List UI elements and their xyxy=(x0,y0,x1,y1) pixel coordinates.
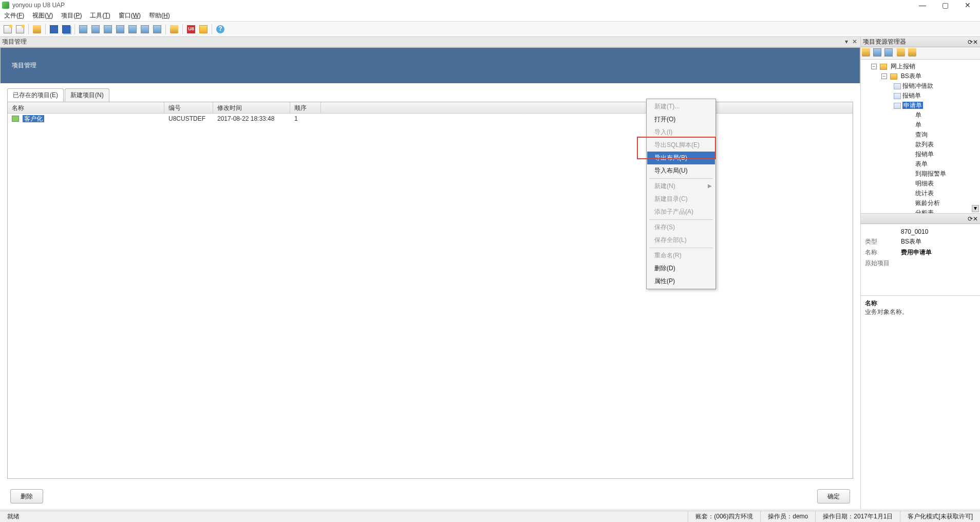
tree-item-selected[interactable]: 申请单 xyxy=(861,101,980,110)
folder-icon xyxy=(890,73,897,80)
tree-item[interactable]: 报销单 xyxy=(861,150,980,159)
tool-save[interactable] xyxy=(48,24,60,35)
prop-row: 类型BS表单 xyxy=(865,236,976,247)
tab-existing[interactable]: 已存在的项目(E) xyxy=(7,88,64,102)
pane-close-icon[interactable]: ✕ xyxy=(973,215,978,222)
ctx-rename[interactable]: 重命名(R) xyxy=(647,249,715,262)
tree-item[interactable]: 报销冲借款 xyxy=(861,81,980,91)
tool-generic1[interactable] xyxy=(78,24,89,35)
tool-new[interactable] xyxy=(2,24,13,35)
tree-root[interactable]: − 网上报销 xyxy=(861,62,980,71)
close-button[interactable]: ✕ xyxy=(963,1,973,9)
rtool-5[interactable] xyxy=(908,48,918,59)
rtool-1[interactable] xyxy=(862,48,872,59)
tool-help[interactable]: ? xyxy=(215,24,226,35)
prop-val: 870_0010 xyxy=(901,228,928,235)
tool-generic2[interactable] xyxy=(90,24,101,35)
tool-generic3[interactable] xyxy=(102,24,114,35)
col-name[interactable]: 名称 xyxy=(8,102,164,113)
scroll-down-icon[interactable]: ▾ xyxy=(972,205,979,212)
tree-item[interactable]: 款列表 xyxy=(861,140,980,150)
ctx-props[interactable]: 属性(P) xyxy=(647,275,715,288)
tool-yellow[interactable] xyxy=(198,24,209,35)
expand-icon[interactable]: − xyxy=(871,64,877,69)
ctx-new2[interactable]: 新建(N)▶ xyxy=(647,180,715,193)
properties-pane: ⟳ ✕ 870_0010 类型BS表单 名称费用申请单 原始项目 xyxy=(861,214,980,296)
delete-button[interactable]: 删除 xyxy=(10,489,43,504)
ok-button[interactable]: 确定 xyxy=(817,489,850,504)
tabs: 已存在的项目(E) 新建项目(N) xyxy=(0,88,860,102)
maximize-button[interactable]: ▢ xyxy=(940,1,950,9)
folder-icon xyxy=(880,64,887,70)
tree-item[interactable]: 统计表 xyxy=(861,189,980,198)
menu-file[interactable]: 文件(F) xyxy=(0,10,28,21)
tool-open[interactable] xyxy=(31,24,43,35)
resource-tree[interactable]: − 网上报销 − BS表单 报销冲借款 报销单 申请单 单 单 查询 款列表 报… xyxy=(861,60,980,214)
pane-dropdown-icon[interactable]: ▾ xyxy=(843,39,850,46)
tree-folder[interactable]: − BS表单 xyxy=(861,71,980,81)
tree-item[interactable]: 报销单 xyxy=(861,91,980,101)
ctx-add-sub[interactable]: 添加子产品(A) xyxy=(647,206,715,218)
ctx-save-all[interactable]: 保存全部(L) xyxy=(647,234,715,247)
right-pane: 项目资源管理器 ⟳ ✕ − 网上报销 − BS表单 报销冲 xyxy=(861,37,980,509)
menu-tools[interactable]: 工具(T) xyxy=(86,10,114,21)
tree-item[interactable]: 账龄分析 xyxy=(861,198,980,208)
tree-item[interactable]: 到期报警单 xyxy=(861,169,980,179)
toolbar-sep xyxy=(182,24,183,34)
u8-icon: U8 xyxy=(187,25,195,33)
pane-close-icon[interactable]: ✕ xyxy=(973,39,978,46)
col-order[interactable]: 顺序 xyxy=(290,102,321,113)
ctx-export-sql[interactable]: 导出SQL脚本(E) xyxy=(647,139,715,152)
tree-item[interactable]: 查询 xyxy=(861,130,980,140)
tool-u8[interactable]: U8 xyxy=(185,24,197,35)
tree-item[interactable]: 单 xyxy=(861,120,980,130)
tree-item[interactable]: 表单 xyxy=(861,159,980,169)
prop-val: 费用申请单 xyxy=(901,248,932,257)
tool-generic7[interactable] xyxy=(152,24,163,35)
expand-icon[interactable]: − xyxy=(881,73,887,79)
rtool-3[interactable] xyxy=(884,48,895,59)
ctx-save[interactable]: 保存(S) xyxy=(647,221,715,234)
tool-folder[interactable] xyxy=(168,24,180,35)
ctx-open[interactable]: 打开(O) xyxy=(647,113,715,126)
col-mtime[interactable]: 修改时间 xyxy=(213,102,290,113)
row-icon xyxy=(12,116,19,122)
pane-refresh-icon[interactable]: ⟳ xyxy=(968,215,973,222)
properties-grid: 870_0010 类型BS表单 名称费用申请单 原始项目 xyxy=(861,224,980,272)
menubar: 文件(F) 视图(V) 项目(P) 工具(T) 窗口(W) 帮助(H) xyxy=(0,10,980,22)
menu-project[interactable]: 项目(P) xyxy=(57,10,86,21)
menu-help[interactable]: 帮助(H) xyxy=(145,10,174,21)
minimize-button[interactable]: — xyxy=(917,1,928,9)
menu-view[interactable]: 视图(V) xyxy=(28,10,57,21)
rtool-4[interactable] xyxy=(897,48,907,59)
tool-generic6[interactable] xyxy=(139,24,150,35)
generic-icon xyxy=(128,25,137,33)
tree-item[interactable]: 明细表 xyxy=(861,179,980,189)
toolbar-sep xyxy=(212,24,212,34)
tool-saveall[interactable] xyxy=(61,24,72,35)
ctx-new-dir[interactable]: 新建目录(C) xyxy=(647,193,715,206)
ctx-export-layout[interactable]: 导出布局(B) xyxy=(647,152,715,164)
table-row[interactable]: 客户化 U8CUSTDEF 2017-08-22 18:33:48 1 xyxy=(8,114,853,124)
tool-generic5[interactable] xyxy=(127,24,138,35)
ctx-import[interactable]: 导入(I) xyxy=(647,126,715,139)
tree-item[interactable]: 单 xyxy=(861,110,980,120)
right-pane-title-text: 项目资源管理器 xyxy=(863,38,906,46)
tool-new2[interactable] xyxy=(14,24,26,35)
ctx-import-layout[interactable]: 导入布局(U) xyxy=(647,164,715,177)
tab-new[interactable]: 新建项目(N) xyxy=(65,88,109,102)
tree-item[interactable]: 分析表 xyxy=(861,208,980,214)
ctx-new[interactable]: 新建(T)... xyxy=(647,100,715,113)
generic-icon xyxy=(141,25,149,33)
rtool-2[interactable] xyxy=(873,48,883,59)
left-pane-title-text: 项目管理 xyxy=(2,38,27,46)
menu-window[interactable]: 窗口(W) xyxy=(115,10,145,21)
desc-val: 业务对象名称。 xyxy=(865,308,976,316)
ctx-delete[interactable]: 删除(D) xyxy=(647,262,715,275)
tree-label: 报销冲借款 xyxy=(902,82,933,89)
tool-generic4[interactable] xyxy=(115,24,126,35)
col-code[interactable]: 编号 xyxy=(164,102,213,113)
pane-close-icon[interactable]: ✕ xyxy=(851,39,858,46)
pane-refresh-icon[interactable]: ⟳ xyxy=(968,39,973,46)
status-operator: 操作员：demo xyxy=(760,511,815,522)
